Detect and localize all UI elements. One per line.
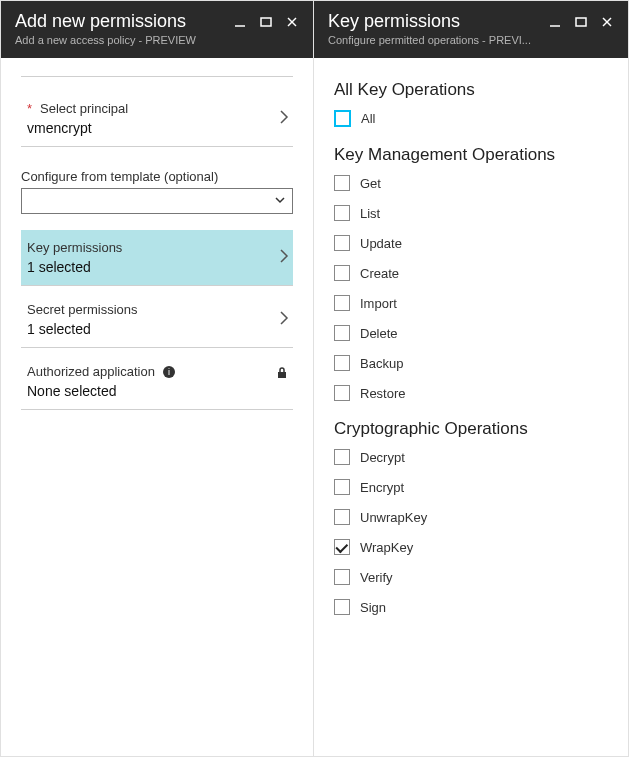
chevron-right-icon xyxy=(279,310,289,330)
secret-permissions-label: Secret permissions xyxy=(27,302,287,317)
minimize-icon[interactable] xyxy=(548,15,562,29)
template-label: Configure from template (optional) xyxy=(21,169,293,184)
select-principal-row[interactable]: *Select principal vmencrypt xyxy=(21,91,293,147)
key-permissions-label: Key permissions xyxy=(27,240,287,255)
checkbox-icon xyxy=(334,569,350,585)
checkbox-update[interactable]: Update xyxy=(334,235,608,251)
key-permissions-panel: Key permissions Configure permitted oper… xyxy=(314,1,628,756)
close-icon[interactable] xyxy=(600,15,614,29)
minimize-icon[interactable] xyxy=(233,15,247,29)
add-permissions-panel: Add new permissions Add a new access pol… xyxy=(1,1,314,756)
checkbox-icon xyxy=(334,295,350,311)
required-star: * xyxy=(27,101,32,116)
left-title: Add new permissions xyxy=(15,11,233,32)
authorized-application-label: Authorized application xyxy=(27,364,155,379)
right-subtitle: Configure permitted operations - PREVI..… xyxy=(328,34,614,46)
close-icon[interactable] xyxy=(285,15,299,29)
checkbox-create[interactable]: Create xyxy=(334,265,608,281)
svg-rect-1 xyxy=(261,18,271,26)
info-icon[interactable]: i xyxy=(163,366,175,378)
checkbox-icon xyxy=(334,205,350,221)
select-principal-value: vmencrypt xyxy=(27,120,287,136)
checkbox-decrypt[interactable]: Decrypt xyxy=(334,449,608,465)
checkbox-icon xyxy=(334,235,350,251)
checkbox-encrypt[interactable]: Encrypt xyxy=(334,479,608,495)
checkbox-sign[interactable]: Sign xyxy=(334,599,608,615)
checkbox-icon xyxy=(334,175,350,191)
right-header: Key permissions Configure permitted oper… xyxy=(314,1,628,58)
checkbox-icon xyxy=(334,599,350,615)
divider xyxy=(21,76,293,77)
checkbox-restore[interactable]: Restore xyxy=(334,385,608,401)
key-permissions-value: 1 selected xyxy=(27,259,287,275)
crypto-operations-title: Cryptographic Operations xyxy=(334,419,608,439)
mgmt-operations-title: Key Management Operations xyxy=(334,145,608,165)
secret-permissions-value: 1 selected xyxy=(27,321,287,337)
checkbox-get[interactable]: Get xyxy=(334,175,608,191)
all-operations-title: All Key Operations xyxy=(334,80,608,100)
select-principal-label: Select principal xyxy=(40,101,128,116)
checkbox-icon xyxy=(334,449,350,465)
lock-icon xyxy=(275,366,289,384)
checkbox-icon xyxy=(334,385,350,401)
checkbox-delete[interactable]: Delete xyxy=(334,325,608,341)
chevron-down-icon xyxy=(274,192,286,210)
chevron-right-icon xyxy=(279,109,289,129)
checkbox-icon xyxy=(334,539,350,555)
left-subtitle: Add a new access policy - PREVIEW xyxy=(15,34,299,46)
checkbox-icon xyxy=(334,325,350,341)
checkbox-icon xyxy=(334,355,350,371)
secret-permissions-row[interactable]: Secret permissions 1 selected xyxy=(21,292,293,348)
checkbox-icon xyxy=(334,265,350,281)
checkbox-wrapkey[interactable]: WrapKey xyxy=(334,539,608,555)
checkbox-import[interactable]: Import xyxy=(334,295,608,311)
svg-rect-6 xyxy=(576,18,586,26)
checkbox-all[interactable]: All xyxy=(334,110,608,127)
checkbox-all-label: All xyxy=(361,111,375,126)
checkbox-verify[interactable]: Verify xyxy=(334,569,608,585)
svg-rect-4 xyxy=(278,372,286,378)
checkbox-unwrapkey[interactable]: UnwrapKey xyxy=(334,509,608,525)
chevron-right-icon xyxy=(279,248,289,268)
checkbox-backup[interactable]: Backup xyxy=(334,355,608,371)
checkbox-icon xyxy=(334,509,350,525)
maximize-icon[interactable] xyxy=(574,15,588,29)
key-permissions-row[interactable]: Key permissions 1 selected xyxy=(21,230,293,286)
right-title: Key permissions xyxy=(328,11,548,32)
maximize-icon[interactable] xyxy=(259,15,273,29)
checkbox-list[interactable]: List xyxy=(334,205,608,221)
authorized-application-row: Authorized applicationi None selected xyxy=(21,354,293,410)
authorized-application-value: None selected xyxy=(27,383,287,399)
checkbox-icon xyxy=(334,110,351,127)
template-select[interactable] xyxy=(21,188,293,214)
checkbox-icon xyxy=(334,479,350,495)
left-header: Add new permissions Add a new access pol… xyxy=(1,1,313,58)
